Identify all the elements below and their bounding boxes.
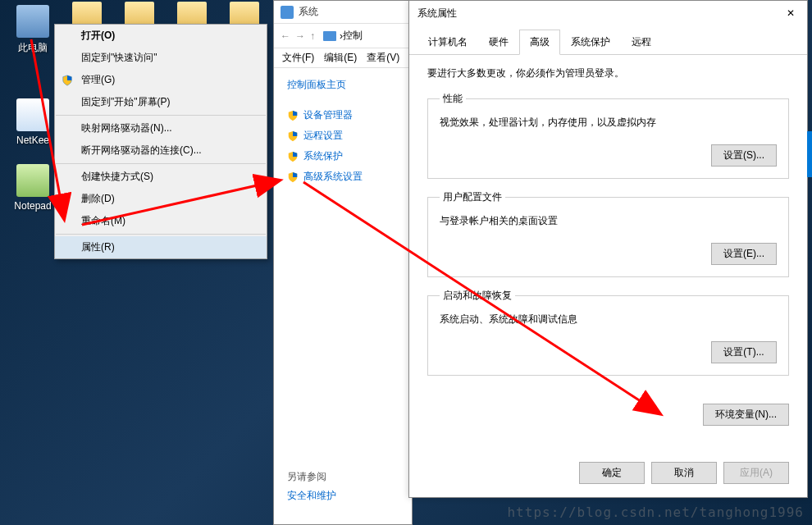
watermark: https://blog.csdn.net/tanghong1996: [507, 504, 804, 520]
menu-item-disconnect-drive[interactable]: 断开网络驱动器的连接(C)...: [55, 139, 267, 162]
sidebar-link-device-manager[interactable]: 设备管理器: [287, 105, 399, 126]
shield-icon: [62, 75, 73, 86]
menu-item-open[interactable]: 打开(O): [55, 25, 267, 47]
menu-item-shortcut[interactable]: 创建快捷方式(S): [55, 166, 267, 188]
sidebar-link-protection[interactable]: 系统保护: [287, 146, 399, 167]
desktop-icon-netkee[interactable]: NetKee: [8, 98, 57, 146]
breadcrumb[interactable]: 控制: [343, 29, 363, 43]
shield-icon: [287, 151, 299, 162]
app-icon: [16, 98, 49, 131]
folder-icon[interactable]: [72, 2, 102, 26]
menu-item-rename[interactable]: 重命名(M): [55, 210, 267, 232]
menu-item-label: 管理(G): [81, 74, 115, 85]
sidebar-footer: 另请参阅 安全和维护: [287, 470, 336, 508]
up-icon[interactable]: ↑: [310, 30, 315, 42]
control-panel-home-link[interactable]: 控制面板主页: [287, 78, 399, 92]
menu-item-map-drive[interactable]: 映射网络驱动器(N)...: [55, 117, 267, 139]
menu-item-properties[interactable]: 属性(R): [55, 236, 267, 258]
menu-view[interactable]: 查看(V): [363, 49, 403, 66]
shield-icon: [287, 171, 299, 183]
tab-content: 要进行大多数更改，你必须作为管理员登录。 性能 视觉效果，处理器计划，内存使用，…: [409, 55, 807, 399]
menu-separator: [56, 163, 266, 164]
folder-icon[interactable]: [230, 2, 259, 26]
back-icon[interactable]: ←: [281, 30, 290, 42]
tab-computer-name[interactable]: 计算机名: [417, 30, 478, 55]
folder-icon[interactable]: [125, 2, 154, 26]
dialog-buttons: 确定 取消 应用(A): [579, 462, 789, 484]
group-performance: 性能 视觉效果，处理器计划，内存使用，以及虚拟内存 设置(S)...: [427, 92, 789, 179]
group-text: 视觉效果，处理器计划，内存使用，以及虚拟内存: [440, 116, 777, 130]
group-text: 与登录帐户相关的桌面设置: [440, 214, 777, 228]
icon-label: Notepad: [8, 200, 57, 212]
close-button[interactable]: ✕: [774, 1, 807, 25]
menu-item-pin-quick-access[interactable]: 固定到"快速访问": [55, 47, 267, 69]
icon-label: NetKee: [8, 135, 57, 146]
user-profiles-settings-button[interactable]: 设置(E)...: [711, 243, 777, 265]
menubar: 文件(F) 编辑(E) 查看(V): [274, 48, 412, 68]
link-label: 设备管理器: [303, 108, 353, 122]
forward-icon[interactable]: →: [295, 30, 305, 42]
menu-edit[interactable]: 编辑(E): [321, 49, 360, 66]
footer-link-security[interactable]: 安全和维护: [287, 489, 336, 503]
sidebar: 控制面板主页 设备管理器 远程设置 系统保护 高级系统设置: [274, 68, 412, 197]
app-icon: [16, 164, 49, 197]
link-label: 系统保护: [303, 149, 343, 163]
ok-button[interactable]: 确定: [579, 462, 645, 484]
accent-bar: [807, 131, 812, 177]
group-text: 系统启动、系统故障和调试信息: [440, 313, 777, 326]
shield-icon: [287, 110, 299, 121]
group-legend: 性能: [440, 92, 466, 106]
titlebar[interactable]: 系统属性 ✕: [409, 1, 807, 25]
menu-file[interactable]: 文件(F): [279, 49, 317, 66]
environment-variables-button[interactable]: 环境变量(N)...: [703, 404, 789, 426]
desktop-icon-this-pc[interactable]: 此电脑: [8, 5, 57, 55]
link-label: 远程设置: [303, 129, 343, 143]
dialog-title: 系统属性: [417, 7, 457, 21]
computer-icon: [323, 31, 336, 41]
titlebar[interactable]: 系统: [274, 1, 412, 24]
footer-heading: 另请参阅: [287, 470, 336, 484]
desktop-icon-notepad[interactable]: Notepad: [8, 164, 57, 212]
menu-separator: [56, 234, 266, 235]
group-user-profiles: 用户配置文件 与登录帐户相关的桌面设置 设置(E)...: [427, 190, 789, 277]
sidebar-link-remote[interactable]: 远程设置: [287, 126, 399, 146]
tab-hardware[interactable]: 硬件: [478, 30, 519, 55]
intro-text: 要进行大多数更改，你必须作为管理员登录。: [427, 66, 789, 80]
menu-item-manage[interactable]: 管理(G): [55, 69, 267, 91]
tab-strip: 计算机名 硬件 高级 系统保护 远程: [409, 29, 807, 55]
tab-advanced[interactable]: 高级: [519, 30, 560, 55]
menu-separator: [56, 115, 266, 116]
menu-item-delete[interactable]: 删除(D): [55, 188, 267, 210]
group-legend: 用户配置文件: [440, 190, 505, 204]
address-bar[interactable]: ← → ↑ › 控制: [274, 24, 412, 48]
group-startup-recovery: 启动和故障恢复 系统启动、系统故障和调试信息 设置(T)...: [427, 289, 789, 376]
context-menu: 打开(O) 固定到"快速访问" 管理(G) 固定到"开始"屏幕(P) 映射网络驱…: [54, 24, 267, 259]
apply-button[interactable]: 应用(A): [723, 462, 789, 484]
startup-settings-button[interactable]: 设置(T)...: [711, 341, 777, 363]
close-icon: ✕: [787, 7, 795, 19]
shield-icon: [287, 130, 299, 142]
system-properties-dialog: 系统属性 ✕ 计算机名 硬件 高级 系统保护 远程 要进行大多数更改，你必须作为…: [408, 0, 808, 498]
performance-settings-button[interactable]: 设置(S)...: [711, 144, 777, 167]
tab-remote[interactable]: 远程: [621, 30, 662, 55]
computer-icon: [16, 5, 49, 38]
system-window: 系统 ← → ↑ › 控制 文件(F) 编辑(E) 查看(V) 控制面板主页 设…: [273, 0, 413, 525]
icon-label: 此电脑: [8, 41, 57, 55]
cancel-button[interactable]: 取消: [651, 462, 717, 484]
menu-item-pin-start[interactable]: 固定到"开始"屏幕(P): [55, 91, 267, 113]
sidebar-link-advanced[interactable]: 高级系统设置: [287, 167, 399, 187]
tab-protection[interactable]: 系统保护: [560, 30, 621, 55]
group-legend: 启动和故障恢复: [440, 289, 515, 303]
link-label: 高级系统设置: [303, 170, 363, 184]
system-icon: [281, 6, 294, 19]
window-title: 系统: [299, 5, 318, 19]
folder-icon[interactable]: [177, 2, 207, 26]
